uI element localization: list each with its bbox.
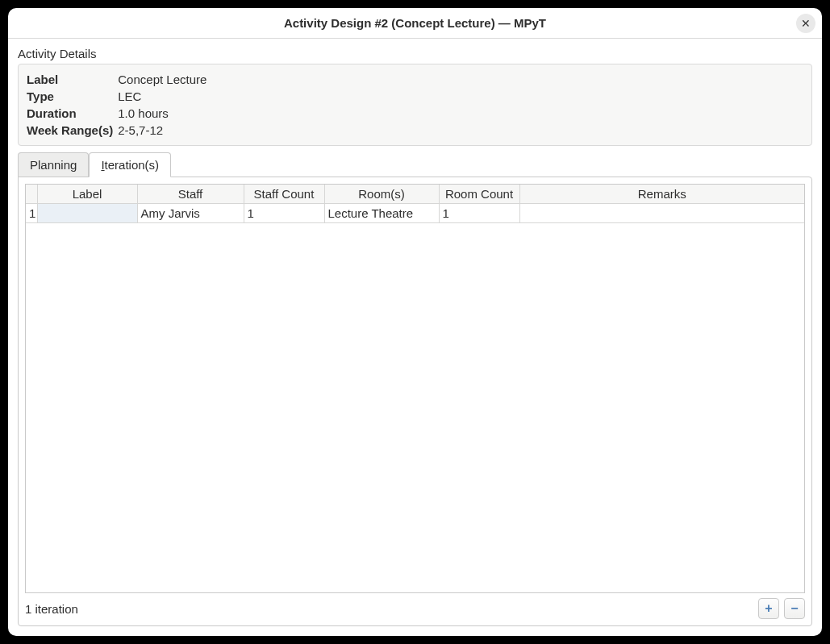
detail-key: Type — [27, 88, 118, 105]
window-title: Activity Design #2 (Concept Lecture) — M… — [284, 16, 546, 30]
minus-icon: − — [790, 601, 798, 616]
cell-room-count[interactable]: 1 — [439, 204, 519, 223]
cell-rooms[interactable]: Lecture Theatre — [324, 204, 439, 223]
col-header-label[interactable]: Label — [37, 185, 137, 204]
table-row[interactable]: 1 Amy Jarvis 1 Lecture Theatre 1 — [26, 204, 804, 223]
tab-iterations[interactable]: Iteration(s) — [89, 152, 171, 177]
detail-key: Label — [27, 71, 118, 88]
titlebar: Activity Design #2 (Concept Lecture) — M… — [8, 8, 822, 39]
detail-key: Week Range(s) — [27, 122, 118, 139]
detail-value: Concept Lecture — [118, 71, 211, 88]
cell-rownum[interactable]: 1 — [26, 204, 37, 223]
iterations-panel: Label Staff Staff Count Room(s) Room Cou… — [18, 177, 812, 626]
col-header-rownum[interactable] — [26, 185, 37, 204]
col-header-remarks[interactable]: Remarks — [519, 185, 804, 204]
detail-row-duration: Duration 1.0 hours — [27, 105, 211, 122]
activity-details-panel: Label Concept Lecture Type LEC Duration … — [18, 64, 812, 146]
detail-value: LEC — [118, 88, 211, 105]
iteration-count-status: 1 iteration — [25, 602, 78, 616]
detail-key: Duration — [27, 105, 118, 122]
tab-label: Planning — [30, 158, 77, 172]
col-header-staff-count[interactable]: Staff Count — [244, 185, 324, 204]
iterations-footer: 1 iteration + − — [25, 598, 805, 619]
detail-row-weeks: Week Range(s) 2-5,7-12 — [27, 122, 211, 139]
col-header-staff[interactable]: Staff — [137, 185, 244, 204]
tab-planning[interactable]: Planning — [18, 152, 89, 177]
cell-label[interactable] — [37, 204, 137, 223]
plus-icon: + — [765, 601, 772, 616]
cell-staff-count[interactable]: 1 — [244, 204, 324, 223]
add-iteration-button[interactable]: + — [758, 598, 779, 619]
detail-value: 1.0 hours — [118, 105, 211, 122]
tab-bar: Planning Iteration(s) — [18, 152, 812, 177]
iterations-table[interactable]: Label Staff Staff Count Room(s) Room Cou… — [26, 185, 804, 223]
iteration-buttons: + − — [758, 598, 805, 619]
table-header-row: Label Staff Staff Count Room(s) Room Cou… — [26, 185, 804, 204]
remove-iteration-button[interactable]: − — [784, 598, 805, 619]
col-header-room-count[interactable]: Room Count — [439, 185, 519, 204]
content-area: Activity Details Label Concept Lecture T… — [8, 39, 822, 636]
iterations-table-wrap: Label Staff Staff Count Room(s) Room Cou… — [25, 184, 805, 593]
cell-staff[interactable]: Amy Jarvis — [137, 204, 244, 223]
col-header-rooms[interactable]: Room(s) — [324, 185, 439, 204]
dialog-window: Activity Design #2 (Concept Lecture) — M… — [8, 8, 822, 636]
detail-row-type: Type LEC — [27, 88, 211, 105]
detail-value: 2-5,7-12 — [118, 122, 211, 139]
activity-details-label: Activity Details — [18, 47, 812, 60]
close-icon: ✕ — [801, 18, 811, 29]
tab-label: Iteration(s) — [101, 158, 159, 172]
detail-row-label: Label Concept Lecture — [27, 71, 211, 88]
cell-remarks[interactable] — [519, 204, 804, 223]
activity-details-table: Label Concept Lecture Type LEC Duration … — [27, 71, 211, 139]
close-button[interactable]: ✕ — [796, 14, 815, 33]
